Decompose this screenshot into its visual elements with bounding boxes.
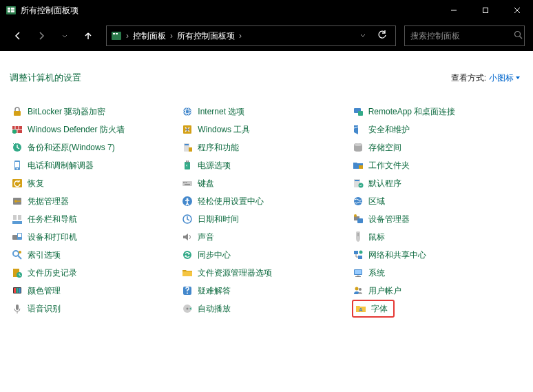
- forward-button[interactable]: [32, 26, 51, 45]
- address-bar[interactable]: › 控制面板 › 所有控制面板项 ›: [106, 25, 396, 46]
- recovery-icon: [11, 177, 23, 189]
- view-mode-selector[interactable]: 小图标: [489, 72, 521, 84]
- default-icon: [352, 177, 364, 189]
- control-panel-item[interactable]: 鼠标: [352, 230, 522, 244]
- item-label: 任务栏和导航: [28, 214, 77, 225]
- control-panel-item[interactable]: 键盘: [181, 176, 351, 190]
- item-label: 默认程序: [368, 178, 401, 189]
- item-label: 系统: [368, 267, 385, 279]
- control-panel-item[interactable]: Windows Defender 防火墙: [11, 123, 181, 136]
- control-panel-item[interactable]: 疑难解答: [181, 284, 351, 298]
- svg-rect-39: [188, 161, 189, 163]
- svg-rect-19: [358, 111, 363, 116]
- control-panel-item[interactable]: 文件历史记录: [11, 266, 181, 280]
- nav-bar: › 控制面板 › 所有控制面板项 ›: [0, 21, 533, 51]
- troubleshoot-icon: [181, 285, 194, 297]
- control-panel-item[interactable]: A字体: [352, 302, 522, 316]
- maximize-button[interactable]: [470, 0, 501, 21]
- control-panel-item[interactable]: 程序和功能: [181, 141, 351, 154]
- window-controls: [438, 0, 533, 21]
- svg-rect-46: [185, 184, 190, 185]
- up-button[interactable]: [79, 26, 98, 45]
- svg-rect-89: [16, 305, 19, 310]
- control-panel-item[interactable]: Windows 工具: [181, 123, 351, 136]
- control-panel-item[interactable]: 轻松使用设置中心: [181, 194, 351, 208]
- item-label: 文件历史记录: [28, 267, 77, 279]
- control-panel-item[interactable]: 索引选项: [11, 248, 181, 262]
- item-label: 自动播放: [198, 303, 231, 315]
- network-icon: [352, 249, 364, 261]
- breadcrumb-segment[interactable]: 所有控制面板项: [177, 30, 235, 42]
- control-panel-item[interactable]: 自动播放: [181, 302, 351, 316]
- item-label: Windows Defender 防火墙: [28, 124, 125, 136]
- control-panel-item[interactable]: 同步中心: [181, 248, 351, 262]
- item-label: 疑难解答: [198, 285, 231, 297]
- control-panel-item[interactable]: 日期和时间: [181, 212, 351, 226]
- control-panel-item[interactable]: Internet 选项: [181, 105, 351, 118]
- minimize-button[interactable]: [438, 0, 470, 21]
- refresh-button[interactable]: [373, 30, 391, 42]
- control-panel-item[interactable]: 语音识别: [11, 302, 181, 316]
- control-panel-item[interactable]: 安全和维护: [352, 123, 522, 136]
- back-button[interactable]: [8, 26, 28, 45]
- item-label: 语音识别: [28, 303, 61, 315]
- svg-point-92: [187, 308, 189, 310]
- control-panel-item[interactable]: 备份和还原(Windows 7): [11, 141, 181, 154]
- control-panel-item[interactable]: 颜色管理: [11, 284, 181, 298]
- control-panel-item[interactable]: 声音: [181, 230, 351, 244]
- storage-icon: [352, 141, 364, 154]
- control-panel-item[interactable]: 恢复: [11, 176, 181, 190]
- control-panel-item[interactable]: 用户帐户: [352, 284, 522, 298]
- breadcrumb-segment[interactable]: 控制面板: [133, 30, 166, 42]
- control-panel-item[interactable]: 电源选项: [181, 158, 351, 172]
- control-panel-item[interactable]: 任务栏和导航: [11, 212, 181, 226]
- control-panel-item[interactable]: 系统: [352, 266, 522, 280]
- svg-rect-31: [189, 147, 192, 152]
- svg-line-68: [18, 256, 21, 259]
- chevron-right-icon: ›: [169, 31, 174, 41]
- svg-rect-35: [15, 162, 19, 167]
- view-mode: 查看方式: 小图标: [451, 72, 521, 84]
- search-icon[interactable]: [514, 30, 523, 41]
- svg-point-15: [183, 107, 191, 116]
- search-input[interactable]: [410, 31, 514, 41]
- color-icon: [11, 285, 23, 297]
- control-panel-item[interactable]: BitLocker 驱动器加密: [11, 105, 181, 118]
- internet-icon: [181, 105, 194, 118]
- control-panel-item[interactable]: 存储空间: [352, 141, 522, 154]
- svg-point-73: [359, 251, 362, 254]
- svg-point-87: [355, 287, 358, 291]
- taskbar-icon: [11, 213, 23, 225]
- close-button[interactable]: [501, 0, 533, 21]
- svg-rect-38: [186, 161, 187, 163]
- control-panel-item[interactable]: 默认程序: [352, 176, 522, 190]
- view-mode-value: 小图标: [489, 72, 514, 84]
- control-panel-item[interactable]: 网络和共享中心: [352, 248, 522, 262]
- users-icon: [352, 285, 364, 297]
- control-panel-item[interactable]: 工作文件夹: [352, 158, 522, 172]
- svg-point-69: [19, 251, 21, 254]
- svg-rect-40: [359, 165, 363, 169]
- control-panel-item[interactable]: 区域: [352, 194, 522, 208]
- item-label: 工作文件夹: [368, 160, 410, 172]
- address-dropdown[interactable]: [355, 31, 370, 41]
- control-panel-item[interactable]: 设备管理器: [352, 212, 522, 226]
- remote-icon: [352, 105, 364, 118]
- control-panel-item[interactable]: 凭据管理器: [11, 194, 181, 208]
- search-box[interactable]: [404, 25, 525, 46]
- control-panel-item[interactable]: 设备和打印机: [11, 230, 181, 244]
- backup-icon: [11, 141, 23, 154]
- recent-dropdown[interactable]: [55, 26, 74, 45]
- control-panel-item[interactable]: RemoteApp 和桌面连接: [352, 105, 522, 118]
- control-panel-item[interactable]: 电话和调制解调器: [11, 158, 181, 172]
- view-mode-label: 查看方式:: [451, 72, 486, 84]
- item-label: Internet 选项: [198, 106, 244, 118]
- svg-rect-58: [18, 215, 21, 220]
- svg-text:A: A: [359, 307, 363, 313]
- security-icon: [352, 123, 364, 136]
- indexing-icon: [11, 249, 23, 261]
- svg-rect-4: [11, 10, 14, 12]
- chevron-right-icon: ›: [125, 31, 130, 41]
- item-label: 用户帐户: [368, 285, 401, 297]
- control-panel-item[interactable]: 文件资源管理器选项: [181, 266, 351, 280]
